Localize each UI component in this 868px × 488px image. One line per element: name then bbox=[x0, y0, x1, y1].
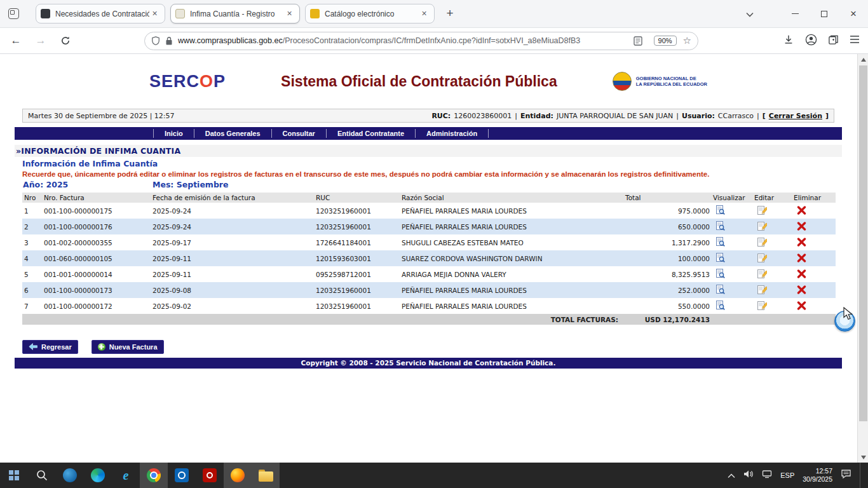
menu-item-administracion[interactable]: Administración bbox=[416, 129, 489, 138]
editar-icon[interactable] bbox=[757, 285, 767, 295]
screen: Necesidades de Contratación y × Infima C… bbox=[0, 0, 868, 488]
cell-razon-social: SUAREZ CORDOVA WASHINGTON DARWIN bbox=[400, 255, 621, 262]
col-razon-social: Razón Social bbox=[400, 194, 621, 201]
col-nro: Nro bbox=[22, 194, 43, 201]
total-facturas-value: USD 12,170.2413 bbox=[621, 316, 711, 323]
maximize-button[interactable] bbox=[810, 0, 839, 28]
taskbar-app-thunderbird[interactable] bbox=[56, 463, 84, 488]
menu-item-inicio[interactable]: Inicio bbox=[153, 129, 194, 138]
visualizar-icon[interactable] bbox=[716, 237, 725, 247]
forward-button[interactable]: → bbox=[34, 34, 48, 48]
tab-list-chevron-icon[interactable] bbox=[746, 8, 754, 20]
tab-close-icon[interactable]: × bbox=[284, 8, 295, 19]
tab-close-icon[interactable]: × bbox=[149, 8, 160, 19]
network-icon[interactable] bbox=[762, 470, 772, 481]
separator: | bbox=[676, 112, 679, 120]
cell-fecha: 2025-09-24 bbox=[151, 207, 315, 215]
taskbar-app-file-explorer[interactable] bbox=[252, 463, 280, 488]
scroll-up-arrow[interactable] bbox=[858, 54, 868, 65]
taskbar-search-button[interactable] bbox=[28, 463, 56, 488]
minimize-button[interactable] bbox=[780, 0, 810, 28]
visualizar-icon[interactable] bbox=[716, 269, 725, 279]
editar-icon[interactable] bbox=[757, 205, 767, 215]
regresar-button[interactable]: Regresar bbox=[22, 340, 78, 354]
taskbar-app-acrobat[interactable] bbox=[196, 463, 224, 488]
cell-razon-social: PEÑAFIEL PARRALES MARIA LOURDES bbox=[400, 223, 621, 231]
visualizar-icon[interactable] bbox=[716, 205, 725, 215]
visualizar-icon[interactable] bbox=[716, 221, 725, 231]
taskbar-clock[interactable]: 12:57 30/9/2025 bbox=[803, 467, 832, 484]
shield-icon[interactable] bbox=[151, 36, 160, 46]
col-ruc: RUC bbox=[315, 194, 400, 201]
menu-icon[interactable] bbox=[850, 35, 860, 46]
eliminar-icon[interactable] bbox=[797, 285, 806, 294]
col-total: Total bbox=[621, 194, 711, 201]
menu-item-datos-generales[interactable]: Datos Generales bbox=[194, 129, 272, 138]
taskbar-app-edge[interactable] bbox=[84, 463, 112, 488]
cell-factura: 001-100-000000176 bbox=[43, 223, 151, 231]
editar-icon[interactable] bbox=[757, 253, 767, 263]
cell-factura: 001-100-000000175 bbox=[43, 207, 151, 215]
refresh-button[interactable] bbox=[58, 34, 72, 48]
eliminar-icon[interactable] bbox=[797, 206, 806, 215]
total-facturas-label: TOTAL FACTURAS: bbox=[400, 316, 621, 323]
url-field[interactable]: www.compraspublicas.gob.ec/ProcesoContra… bbox=[144, 32, 698, 50]
scroll-down-arrow[interactable] bbox=[858, 452, 868, 463]
table-row: 2 001-100-000000176 2025-09-24 120325196… bbox=[22, 219, 836, 234]
editar-icon[interactable] bbox=[757, 301, 767, 311]
show-desktop-strip[interactable] bbox=[860, 463, 863, 488]
editar-icon[interactable] bbox=[757, 221, 767, 231]
col-fecha: Fecha de emisión de la factura bbox=[151, 194, 315, 201]
tab-title: Necesidades de Contratación y bbox=[55, 10, 149, 18]
editar-icon[interactable] bbox=[757, 269, 767, 279]
back-button[interactable]: ← bbox=[9, 34, 23, 48]
visualizar-icon[interactable] bbox=[716, 285, 725, 295]
new-plus-icon bbox=[98, 343, 105, 351]
lock-icon[interactable] bbox=[165, 36, 173, 46]
menu-item-entidad-contratante[interactable]: Entidad Contratante bbox=[327, 129, 416, 138]
cell-nro: 7 bbox=[22, 302, 43, 310]
editar-icon[interactable] bbox=[757, 237, 767, 247]
page-scrollbar[interactable] bbox=[857, 54, 868, 463]
visualizar-icon[interactable] bbox=[716, 301, 725, 311]
tab-catalogo[interactable]: Catálogo electrónico × bbox=[305, 4, 435, 24]
eliminar-icon[interactable] bbox=[797, 269, 806, 278]
scrollbar-thumb[interactable] bbox=[859, 65, 867, 421]
volume-icon[interactable] bbox=[743, 470, 754, 481]
window-close-button[interactable]: × bbox=[839, 0, 868, 28]
tab-infima-cuantia[interactable]: Infima Cuantía - Registro × bbox=[170, 4, 300, 24]
government-logo: GOBIERNO NACIONAL DE LA REPÚBLICA DEL EC… bbox=[613, 72, 707, 91]
workspaces-icon[interactable] bbox=[8, 8, 19, 19]
visualizar-icon[interactable] bbox=[716, 253, 725, 263]
nueva-factura-button[interactable]: Nueva Factura bbox=[92, 340, 164, 354]
eliminar-icon[interactable] bbox=[797, 301, 806, 310]
taskbar-app-firefox[interactable] bbox=[224, 463, 252, 488]
notification-center-icon[interactable] bbox=[841, 469, 851, 482]
tab-necesidades[interactable]: Necesidades de Contratación y × bbox=[36, 4, 165, 24]
taskbar-app-outlook[interactable] bbox=[168, 463, 196, 488]
bookmark-star-icon[interactable]: ☆ bbox=[683, 35, 691, 46]
cell-nro: 4 bbox=[22, 255, 43, 262]
cell-fecha: 2025-09-02 bbox=[151, 302, 315, 310]
ruc-label: RUC: bbox=[431, 112, 451, 120]
taskbar-app-chrome[interactable] bbox=[140, 463, 168, 488]
taskbar-date: 30/9/2025 bbox=[803, 475, 832, 483]
section-title: Información de Infima Cuantía bbox=[22, 159, 842, 168]
tab-close-icon[interactable]: × bbox=[419, 8, 430, 19]
menu-item-consultar[interactable]: Consultar bbox=[272, 129, 327, 138]
tray-chevron-up-icon[interactable] bbox=[728, 470, 735, 481]
reader-mode-icon[interactable] bbox=[634, 36, 642, 46]
session-datetime: Martes 30 de Septiembre de 2025 | 12:57 bbox=[28, 112, 175, 120]
start-button[interactable] bbox=[0, 463, 28, 488]
taskbar-app-internet-explorer[interactable]: e bbox=[112, 463, 140, 488]
eliminar-icon[interactable] bbox=[797, 254, 806, 262]
language-indicator[interactable]: ESP bbox=[780, 471, 794, 479]
collections-icon[interactable] bbox=[828, 34, 839, 48]
profile-icon[interactable] bbox=[805, 34, 817, 48]
logout-link[interactable]: Cerrar Sesión bbox=[769, 112, 822, 120]
zoom-level-badge[interactable]: 90% bbox=[654, 36, 677, 46]
eliminar-icon[interactable] bbox=[797, 238, 806, 247]
eliminar-icon[interactable] bbox=[797, 222, 806, 231]
new-tab-button[interactable]: + bbox=[441, 5, 459, 23]
download-icon[interactable] bbox=[783, 34, 794, 48]
